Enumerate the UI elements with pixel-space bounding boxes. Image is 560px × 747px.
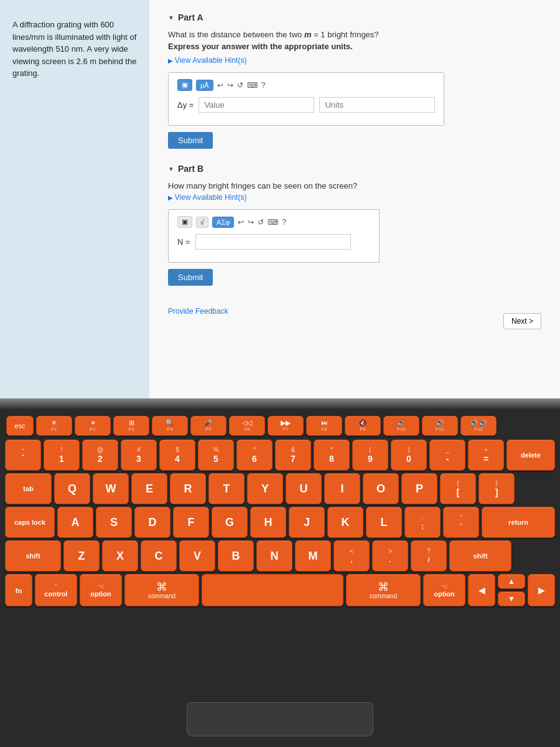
key-p[interactable]: P [401,473,437,504]
key-0[interactable]: ) 0 [391,439,427,471]
key-return[interactable]: return [482,507,555,538]
key-q[interactable]: Q [54,473,90,504]
key-delete[interactable]: delete [506,439,555,471]
key-comma[interactable]: < , [334,540,370,571]
key-a[interactable]: A [57,507,93,538]
part-b-submit-btn[interactable]: Submit [168,269,213,286]
key-c[interactable]: C [141,540,177,571]
part-a-keyboard-icon[interactable]: ⌨ [247,81,258,90]
key-esc[interactable]: esc [6,416,34,436]
part-a-redo-icon[interactable]: ↪ [227,81,233,90]
key-g[interactable]: G [212,507,248,538]
key-f8[interactable]: ⏭ F8 [306,416,342,436]
part-a-submit-btn[interactable]: Submit [168,132,213,149]
key-f3[interactable]: ⊞ F3 [113,416,149,436]
key-d[interactable]: D [134,507,170,538]
key-shift-left[interactable]: shift [5,540,61,571]
key-option-left[interactable]: ⌥ option [80,574,122,606]
key-5[interactable]: % 5 [198,439,234,471]
key-j[interactable]: J [289,507,325,538]
feedback-link[interactable]: Provide Feedback [168,307,228,316]
key-6[interactable]: ^ 6 [236,439,273,471]
part-b-root-btn[interactable]: √ [196,217,208,228]
key-z[interactable]: Z [63,540,100,571]
key-h[interactable]: H [250,507,286,538]
key-f[interactable]: F [173,507,209,538]
key-minus[interactable]: _ - [429,439,465,471]
key-rbracket[interactable]: } ] [478,473,515,504]
key-period[interactable]: > . [372,540,408,571]
key-l[interactable]: L [366,507,402,538]
key-t[interactable]: T [208,473,245,504]
key-2[interactable]: @ 2 [82,439,118,471]
key-u[interactable]: U [286,473,322,504]
key-s[interactable]: S [96,507,132,538]
key-f12[interactable]: 🔊🔊 F12 [460,416,497,436]
key-n[interactable]: N [256,540,292,571]
key-lbracket[interactable]: { [ [440,473,476,504]
key-arrow-right[interactable]: ▶ [528,574,555,606]
key-8[interactable]: * 8 [314,439,350,471]
key-m[interactable]: M [295,540,331,571]
key-shift-right[interactable]: shift [449,540,511,571]
part-b-sigma-btn[interactable]: ΑΣφ [212,217,234,228]
key-k[interactable]: K [327,507,363,538]
part-a-value-input[interactable] [198,97,314,113]
part-b-keyboard-icon[interactable]: ⌨ [268,218,278,227]
key-semicolon[interactable]: : ; [404,507,441,538]
key-v[interactable]: V [179,540,215,571]
key-f11[interactable]: 🔊 F11 [422,416,458,436]
part-b-refresh-icon[interactable]: ↺ [258,218,264,227]
key-b[interactable]: B [218,540,254,571]
key-r[interactable]: R [170,473,206,504]
key-fn[interactable]: fn [5,574,32,606]
key-equals[interactable]: + = [468,439,504,471]
key-f1[interactable]: ☀ F1 [36,416,72,436]
key-command-right[interactable]: ⌘ command [346,574,421,606]
key-f5[interactable]: 🎤 F5 [190,416,226,436]
key-4[interactable]: $ 4 [159,439,195,471]
key-arrow-down[interactable]: ▼ [498,591,525,606]
key-slash[interactable]: ? / [411,540,447,571]
part-a-refresh-icon[interactable]: ↺ [237,81,243,90]
key-f4[interactable]: 🔍 F4 [152,416,188,436]
key-w[interactable]: W [93,473,129,504]
key-f10[interactable]: 🔉 F10 [383,416,419,436]
key-7[interactable]: & 7 [275,439,311,471]
key-y[interactable]: Y [247,473,283,504]
key-o[interactable]: O [363,473,399,504]
part-b-help-icon[interactable]: ? [282,218,286,227]
key-arrow-up[interactable]: ▲ [498,574,525,589]
part-a-units-input[interactable] [319,97,435,113]
key-f2[interactable]: ✶ F2 [75,416,111,436]
part-b-value-input[interactable] [195,234,351,250]
part-a-undo-icon[interactable]: ↩ [217,81,223,90]
key-3[interactable]: # 3 [121,439,157,471]
part-a-mu-btn[interactable]: μÅ [196,80,213,91]
key-command-left[interactable]: ⌘ command [124,574,199,606]
part-b-matrix-btn[interactable]: ▣ [177,216,192,228]
part-b-undo-icon[interactable]: ↩ [238,218,244,227]
key-e[interactable]: E [131,473,167,504]
key-backtick[interactable]: ~ ` [5,439,41,471]
key-caps-lock[interactable]: caps lock [5,507,55,538]
key-f7[interactable]: ▶▶ F7 [268,416,304,436]
key-i[interactable]: I [324,473,360,504]
part-a-help-icon[interactable]: ? [261,81,266,90]
key-tab[interactable]: tab [5,473,52,504]
part-a-hint-link[interactable]: View Available Hint(s) [168,56,541,65]
key-9[interactable]: ( 9 [352,439,388,471]
key-f9[interactable]: 🔇 F9 [345,416,381,436]
key-space[interactable] [202,574,343,606]
part-b-hint-link[interactable]: View Available Hint(s) [168,193,541,202]
part-a-format-btn[interactable]: ▣ [177,79,192,91]
next-button[interactable]: Next > [503,313,541,329]
key-arrow-left[interactable]: ◀ [468,574,495,606]
key-control[interactable]: ⌃ control [35,574,77,606]
trackpad[interactable] [187,702,373,736]
key-quote[interactable]: " ' [443,507,479,538]
key-1[interactable]: ! 1 [44,439,80,471]
key-x[interactable]: X [102,540,138,571]
key-option-right[interactable]: ⌥ option [423,574,465,606]
part-b-redo-icon[interactable]: ↪ [248,218,254,227]
